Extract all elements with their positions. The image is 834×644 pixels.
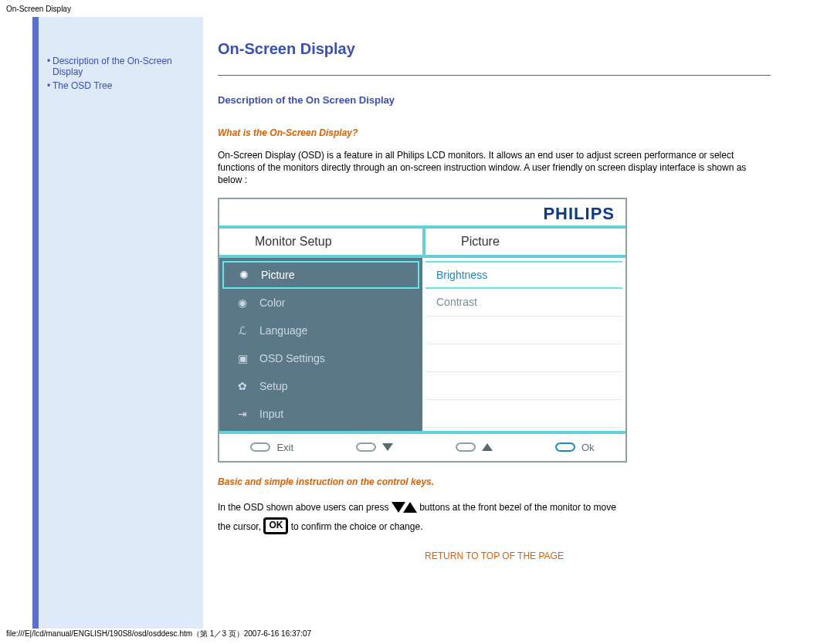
brightness-icon: ✺ (235, 269, 253, 281)
philips-logo: PHILIPS (219, 199, 626, 225)
osd-exit-label: Exit (276, 442, 293, 453)
osd-down-button[interactable] (356, 442, 393, 452)
osd-headers: Monitor Setup Picture (219, 225, 626, 258)
triangle-up-icon (403, 502, 417, 513)
text-part-c: the cursor, (218, 521, 261, 532)
subheading-basic: Basic and simple instruction on the cont… (218, 476, 771, 487)
osd-item-color[interactable]: ◉ Color (222, 289, 419, 317)
bullet-icon: • (45, 80, 53, 91)
osd-bottom-bar: Exit Ok (219, 431, 626, 461)
osd-subitem-brightness[interactable]: Brightness (425, 261, 622, 289)
settings-icon: ▣ (233, 352, 252, 364)
osd-sublabel: Brightness (436, 269, 487, 281)
instruction-paragraph: In the OSD shown above users can press b… (218, 498, 771, 537)
footer-file-path: file:///E|/lcd/manual/ENGLISH/190S8/osd/… (6, 629, 311, 639)
osd-subitem-empty (425, 400, 622, 428)
osd-label: Picture (261, 269, 295, 281)
osd-header-left: Monitor Setup (219, 225, 422, 255)
osd-item-language[interactable]: ℒ Language (222, 317, 419, 344)
return-to-top-link[interactable]: RETURN TO TOP OF THE PAGE (218, 551, 771, 561)
sidebar-link-desc[interactable]: Description of the On-Screen Display (53, 56, 197, 77)
osd-ok-button[interactable]: Ok (555, 442, 595, 453)
setup-icon: ✿ (233, 380, 252, 392)
oval-icon (456, 442, 476, 452)
osd-subitem-contrast[interactable]: Contrast (425, 289, 622, 317)
page-wrap: • Description of the On-Screen Display •… (32, 17, 802, 629)
osd-subitem-empty (425, 344, 622, 372)
section-heading: Description of the On Screen Display (218, 94, 771, 106)
ok-key-icon: OK (263, 517, 288, 534)
osd-subitem-empty (425, 317, 622, 344)
oval-icon (356, 442, 376, 452)
page-heading: On-Screen Display (218, 40, 771, 58)
osd-label: OSD Settings (259, 352, 325, 364)
sidebar-link-tree[interactable]: The OSD Tree (53, 80, 112, 91)
osd-header-right: Picture (422, 225, 626, 255)
input-icon: ⇥ (233, 408, 252, 420)
osd-up-button[interactable] (456, 442, 493, 452)
osd-label: Setup (259, 380, 288, 392)
osd-label: Input (259, 408, 283, 420)
osd-item-input[interactable]: ⇥ Input (222, 400, 419, 428)
osd-body: ✺ Picture ◉ Color ℒ Language ▣ OSD Setti… (219, 258, 626, 431)
text-part-a: In the OSD shown above users can press (218, 502, 388, 513)
osd-label: Language (259, 324, 307, 337)
text-part-b: buttons at the front bezel of the monito… (419, 502, 616, 513)
osd-label: Color (259, 297, 285, 309)
color-icon: ◉ (233, 297, 252, 309)
triangle-down-icon (382, 443, 393, 451)
osd-item-picture[interactable]: ✺ Picture (222, 261, 419, 289)
osd-sublabel: Contrast (436, 296, 477, 308)
intro-paragraph: On-Screen Display (OSD) is a feature in … (218, 149, 771, 187)
sidebar: • Description of the On-Screen Display •… (32, 17, 204, 629)
oval-icon (250, 442, 270, 452)
sidebar-item-tree[interactable]: • The OSD Tree (45, 80, 197, 91)
triangle-up-icon (482, 443, 493, 451)
language-icon: ℒ (233, 324, 252, 337)
main-content: On-Screen Display Description of the On … (204, 17, 802, 629)
bullet-icon: • (45, 56, 53, 66)
text-part-d: to confirm the choice or change. (291, 521, 423, 532)
sidebar-item-desc[interactable]: • Description of the On-Screen Display (45, 56, 197, 77)
osd-screenshot: PHILIPS Monitor Setup Picture ✺ Picture … (218, 198, 627, 463)
osd-item-osd-settings[interactable]: ▣ OSD Settings (222, 344, 419, 372)
osd-subitem-empty (425, 372, 622, 400)
oval-icon (555, 442, 575, 452)
osd-left-menu: ✺ Picture ◉ Color ℒ Language ▣ OSD Setti… (219, 258, 422, 431)
osd-ok-label: Ok (581, 442, 595, 453)
divider (218, 75, 771, 76)
window-title: On-Screen Display (6, 5, 71, 13)
subheading-what-is: What is the On-Screen Display? (218, 127, 771, 138)
osd-item-setup[interactable]: ✿ Setup (222, 372, 419, 400)
osd-exit-button[interactable]: Exit (250, 442, 293, 453)
osd-right-menu: Brightness Contrast (422, 258, 626, 431)
